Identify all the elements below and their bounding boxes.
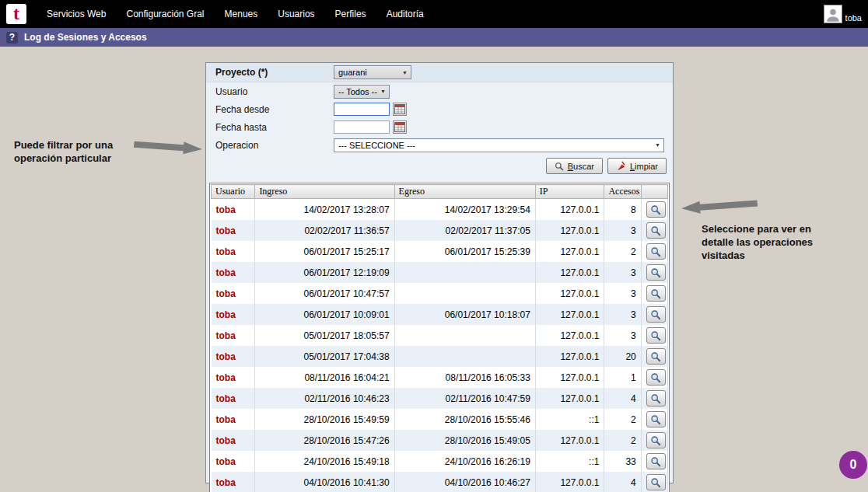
filter-row-usuario: Usuario -- Todos -- ▼	[206, 82, 673, 100]
ver-detalle-button[interactable]	[646, 411, 666, 427]
fecha-hasta-input[interactable]	[334, 120, 390, 134]
debug-counter-badge[interactable]: 0	[839, 451, 867, 479]
menu-item-usuarios[interactable]: Usuarios	[278, 9, 314, 19]
calendar-button[interactable]	[393, 103, 407, 116]
ingreso-cell: 24/10/2016 15:49:18	[255, 451, 394, 472]
menu-item-auditoria[interactable]: Auditoría	[387, 9, 424, 19]
menu-item-configuracion-gral[interactable]: Configuración Gral	[126, 9, 204, 19]
ver-detalle-button[interactable]	[646, 474, 666, 490]
column-header-action	[641, 185, 667, 199]
ingreso-cell: 06/01/2017 10:47:57	[255, 283, 394, 304]
action-cell	[641, 199, 667, 221]
limpiar-button[interactable]: Limpiar	[607, 158, 667, 174]
accesos-cell: 20	[604, 346, 641, 367]
magnifier-icon	[650, 330, 661, 341]
toba-logo[interactable]: t	[6, 4, 26, 24]
ver-detalle-button[interactable]	[646, 369, 666, 386]
column-header-ingreso: Ingreso	[255, 185, 394, 199]
buscar-button[interactable]: Buscar	[546, 158, 603, 174]
fecha-desde-input[interactable]	[334, 103, 390, 116]
proyecto-select[interactable]: guarani ▼	[334, 65, 411, 79]
table-row: toba08/11/2016 16:04:2108/11/2016 16:05:…	[212, 367, 668, 388]
topbar-menu: Servicios WebConfiguración GralMenuesUsu…	[47, 9, 424, 19]
ver-detalle-button[interactable]	[646, 453, 666, 469]
menu-item-perfiles[interactable]: Perfiles	[335, 9, 366, 19]
table-row: toba28/10/2016 15:49:5928/10/2016 15:55:…	[212, 409, 668, 430]
ingreso-cell: 06/01/2017 12:19:09	[255, 262, 394, 283]
help-icon[interactable]: ?	[6, 32, 18, 44]
usuario-cell: toba	[212, 367, 255, 388]
fecha-hasta-label: Fecha hasta	[215, 122, 334, 133]
ver-detalle-button[interactable]	[646, 222, 666, 239]
egreso-cell	[394, 325, 535, 346]
magnifier-icon	[650, 435, 661, 446]
ingreso-cell: 06/01/2017 15:25:17	[255, 241, 394, 262]
log-panel: Proyecto (*) guarani ▼ Usuario -- Todos …	[205, 62, 674, 483]
ip-cell: 127.0.0.1	[535, 346, 604, 367]
calendar-icon	[394, 122, 405, 132]
usuario-cell: toba	[212, 241, 255, 262]
accesos-cell: 3	[604, 304, 641, 325]
menu-item-servicios-web[interactable]: Servicios Web	[47, 9, 106, 19]
log-table-body: toba14/02/2017 13:28:0714/02/2017 13:29:…	[212, 199, 668, 492]
egreso-cell: 08/11/2016 16:05:33	[394, 367, 535, 388]
operacion-select[interactable]: --- SELECCIONE --- ▼	[334, 138, 664, 152]
accesos-cell: 1	[604, 367, 641, 388]
magnifier-icon	[650, 456, 661, 467]
accesos-cell: 3	[604, 220, 641, 241]
calendar-button[interactable]	[393, 120, 407, 134]
magnifier-icon	[650, 309, 661, 320]
ip-cell: 127.0.0.1	[535, 430, 604, 451]
ver-detalle-button[interactable]	[646, 264, 666, 281]
ip-cell: 127.0.0.1	[535, 388, 604, 409]
arrow-left-icon	[679, 197, 758, 216]
magnifier-icon	[650, 225, 661, 236]
ingreso-cell: 04/10/2016 10:41:30	[255, 472, 394, 492]
table-row: toba04/10/2016 10:41:3004/10/2016 10:46:…	[212, 472, 668, 492]
egreso-cell: 06/01/2017 10:18:07	[394, 304, 535, 325]
ip-cell: ::1	[535, 409, 604, 430]
proyecto-select-value: guarani	[338, 68, 399, 77]
table-row: toba24/10/2016 15:49:1824/10/2016 16:26:…	[212, 451, 668, 472]
limpiar-label: Limpiar	[630, 162, 658, 171]
menu-item-menues[interactable]: Menues	[225, 9, 258, 19]
magnifier-icon	[650, 393, 661, 404]
filter-row-proyecto: Proyecto (*) guarani ▼	[206, 63, 673, 82]
topbar: t Servicios WebConfiguración GralMenuesU…	[0, 0, 868, 28]
usuario-select[interactable]: -- Todos -- ▼	[334, 85, 390, 99]
column-header-accesos: Accesos	[604, 185, 641, 199]
filter-buttons: Buscar Limpiar	[206, 154, 673, 180]
table-row: toba06/01/2017 10:47:57127.0.0.13	[212, 283, 668, 304]
filter-row-fecha-hasta: Fecha hasta	[206, 118, 673, 136]
usuario-cell: toba	[212, 409, 255, 430]
usuario-cell: toba	[212, 451, 255, 472]
accesos-cell: 3	[604, 262, 641, 283]
egreso-cell: 06/01/2017 15:25:39	[394, 241, 535, 262]
ver-detalle-button[interactable]	[646, 432, 666, 448]
ingreso-cell: 05/01/2017 18:05:57	[255, 325, 394, 346]
action-cell	[641, 325, 667, 346]
usuario-cell: toba	[212, 325, 255, 346]
username-label: toba	[845, 13, 862, 23]
user-area[interactable]: toba	[824, 5, 862, 23]
magnifier-icon	[650, 246, 661, 257]
ingreso-cell: 02/11/2016 10:46:23	[255, 388, 394, 409]
magnifier-icon	[650, 288, 661, 299]
ver-detalle-button[interactable]	[646, 285, 666, 302]
egreso-cell: 24/10/2016 16:26:19	[394, 451, 535, 472]
egreso-cell	[394, 262, 535, 283]
ver-detalle-button[interactable]	[646, 306, 666, 323]
ip-cell: 127.0.0.1	[535, 325, 604, 346]
accesos-cell: 2	[604, 430, 641, 451]
ver-detalle-button[interactable]	[646, 390, 666, 407]
action-cell	[641, 451, 667, 472]
ver-detalle-button[interactable]	[646, 348, 666, 365]
ver-detalle-button[interactable]	[646, 201, 666, 218]
magnifier-icon	[650, 204, 661, 215]
broom-icon	[616, 161, 626, 171]
ver-detalle-button[interactable]	[646, 243, 666, 260]
person-icon[interactable]	[824, 5, 842, 23]
operacion-label: Operacion	[215, 140, 334, 151]
usuario-label: Usuario	[215, 86, 334, 97]
ver-detalle-button[interactable]	[646, 327, 666, 344]
